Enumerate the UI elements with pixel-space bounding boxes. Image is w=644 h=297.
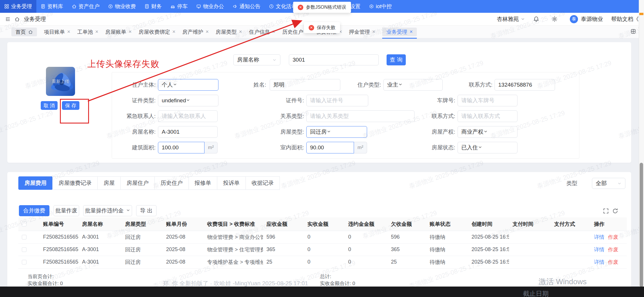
row-checkbox[interactable] [22, 247, 26, 252]
layout-grid-icon[interactable] [631, 29, 636, 35]
form-select[interactable]: 已入住 [458, 142, 517, 153]
subtab-投诉单[interactable]: 投诉单 [217, 176, 246, 190]
subtab-房屋费用[interactable]: 房屋费用 [18, 176, 53, 190]
nav-item-iot中控[interactable]: iot中控 [365, 0, 396, 13]
search-keyword-input[interactable]: 3001 [289, 54, 379, 65]
tab-业务受理[interactable]: 业务受理× [382, 28, 417, 36]
nav-item-资料库[interactable]: 资料库 [36, 0, 67, 13]
detail-link[interactable]: 详情 [594, 259, 604, 265]
column-header: 收费项目 > 收费标准 [204, 217, 263, 231]
tab-房屋收费绑定[interactable]: 房屋收费绑定× [139, 28, 176, 36]
batch-void-button[interactable]: 批量作废 [54, 205, 79, 216]
bell-icon[interactable] [533, 16, 539, 22]
chevron-down-icon [398, 82, 403, 87]
form-input[interactable]: 请输入关系类型 [306, 110, 414, 122]
tab-房产维护[interactable]: 房产维护× [182, 28, 209, 36]
nav-item-通知公告[interactable]: 通知公告 [228, 0, 265, 13]
export-button[interactable]: 导 出 [136, 205, 156, 216]
field-value: 请输入证件号 [310, 97, 343, 104]
table-cell: 365 [263, 243, 304, 256]
chevron-down-icon [478, 144, 482, 151]
row-checkbox[interactable] [22, 260, 26, 264]
tab-close-icon[interactable]: × [239, 29, 242, 35]
row-checkbox[interactable] [22, 235, 26, 239]
actions-cell: 详情作废 [590, 231, 627, 243]
batch-penalty-dropdown[interactable]: 批量操作违约金 [83, 205, 132, 216]
nav-item-物业收费[interactable]: 物业收费 [104, 0, 140, 13]
form-input[interactable]: 请输入联系方式 [458, 110, 517, 122]
form-select[interactable]: undefined [158, 95, 218, 106]
tab-房屋类型[interactable]: 房屋类型× [216, 28, 242, 36]
menu-fold-icon[interactable] [5, 17, 10, 22]
tab-close-icon[interactable]: × [272, 29, 275, 35]
tab-close-icon[interactable]: × [172, 29, 176, 35]
breadcrumb-home-icon[interactable] [15, 17, 20, 22]
nav-item-物业办公[interactable]: 物业办公 [192, 0, 228, 13]
search-button[interactable]: 查 询 [387, 54, 406, 65]
subtab-报修单[interactable]: 报修单 [188, 176, 217, 190]
user-avatar[interactable]: 泰 [570, 15, 578, 23]
help-docs-link[interactable]: 帮助文档《 [611, 15, 639, 23]
scrollbar-track[interactable] [639, 0, 644, 297]
table-cell [551, 243, 590, 256]
form-select[interactable]: 个人 [158, 79, 218, 91]
tab-押金管理[interactable]: 押金管理× [349, 28, 376, 36]
fullscreen-icon[interactable] [603, 208, 609, 215]
nav-item-业务受理[interactable]: 业务受理 [0, 0, 36, 13]
tab-工单池[interactable]: 工单池× [77, 28, 99, 36]
cancel-button[interactable]: 取 消 [41, 101, 58, 110]
field-value: 请输入紧急联系人 [162, 112, 206, 120]
subtab-收据记录[interactable]: 收据记录 [245, 176, 280, 190]
form-label: 室内面积: [263, 142, 304, 153]
nav-item-资产住户[interactable]: 资产住户 [67, 0, 104, 13]
search-field-selector[interactable]: 房屋名称 [233, 54, 280, 65]
void-link[interactable]: 作废 [608, 234, 618, 240]
tab-close-icon[interactable]: × [206, 29, 209, 35]
column-header: 实收金额 [304, 217, 345, 231]
merge-pay-button[interactable]: 合并缴费 [19, 205, 49, 216]
tab-房屋账单[interactable]: 房屋账单× [105, 28, 132, 36]
tab-close-icon[interactable]: × [372, 29, 376, 35]
nav-item-财务[interactable]: 财务 [140, 0, 166, 13]
subtab-房屋住户[interactable]: 房屋住户 [120, 176, 155, 190]
select-all-checkbox[interactable] [22, 222, 26, 226]
type-filter-select[interactable]: 全部 [592, 178, 625, 189]
subtab-房屋缴费记录[interactable]: 房屋缴费记录 [52, 176, 98, 190]
subtab-历史住户[interactable]: 历史住户 [154, 176, 189, 190]
form-input[interactable]: 请输入车牌号 [458, 95, 517, 106]
void-link[interactable]: 作废 [608, 247, 618, 253]
detail-link[interactable]: 详情 [594, 247, 604, 253]
avatar-upload[interactable]: 重新上传 [46, 67, 75, 96]
table-cell: 回迁房 [122, 231, 163, 243]
form-select[interactable]: 商业产权 [458, 126, 517, 138]
detail-link[interactable]: 详情 [594, 234, 604, 240]
void-link[interactable]: 作废 [608, 259, 618, 265]
tab-close-icon[interactable]: × [410, 29, 413, 35]
column-header: 账单月份 [163, 217, 204, 231]
table-cell: 25 [387, 256, 426, 268]
form-input[interactable]: 请输入紧急联系人 [158, 110, 218, 122]
tab-close-icon[interactable]: × [95, 29, 99, 35]
tab-close-icon[interactable]: × [67, 29, 70, 35]
form-input[interactable]: A-3001 [158, 126, 218, 138]
form-select[interactable]: 回迁房 [306, 126, 367, 138]
form-label: 房屋类型: [263, 126, 304, 138]
nav-item-停车[interactable]: 停车 [166, 0, 192, 13]
tab-close-icon[interactable]: × [129, 29, 132, 35]
tab-项目账单[interactable]: 项目账单× [44, 28, 70, 36]
scrollbar-thumb[interactable] [640, 163, 643, 287]
gear-icon[interactable] [552, 16, 558, 22]
refresh-icon[interactable] [612, 208, 618, 215]
column-header: 欠收金额 [387, 217, 426, 231]
tab-首页[interactable]: 首页 [11, 28, 37, 36]
form-input[interactable]: 13246758876 [494, 79, 555, 91]
form-input[interactable]: 请输入证件号 [306, 95, 368, 106]
chevron-down-icon [521, 17, 525, 21]
form-select[interactable]: 业主 [383, 79, 443, 91]
form-input[interactable]: 90.00 [306, 142, 354, 153]
form-input[interactable]: 郑明 [270, 79, 340, 91]
project-selector[interactable]: 杏林雅苑 [497, 15, 525, 23]
tab-住户信息[interactable]: 住户信息× [249, 28, 275, 36]
form-input[interactable]: 100.00 [158, 142, 204, 153]
subtab-房屋[interactable]: 房屋 [97, 176, 121, 190]
